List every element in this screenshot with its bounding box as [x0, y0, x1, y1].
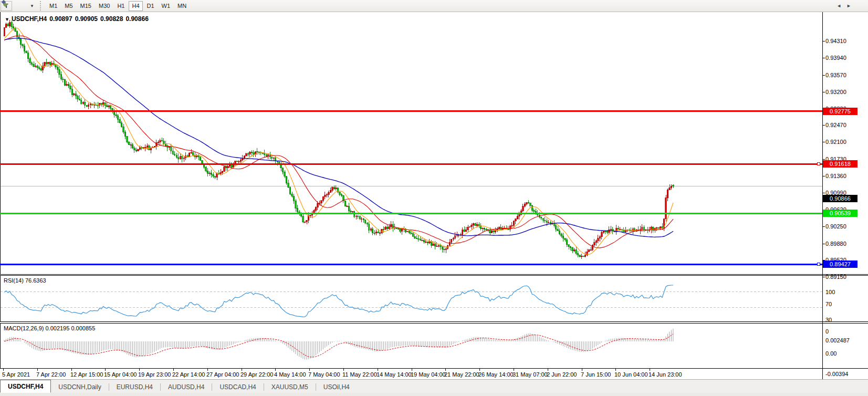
indicators-button[interactable] — [13, 1, 25, 11]
rsi-axis-label: 100 — [825, 289, 865, 295]
time-tick-mark — [582, 369, 582, 371]
symbol-period: USDCHF,H4 — [12, 15, 47, 23]
time-tick-label: 22 Apr 14:00 — [172, 371, 205, 378]
toolbar-grip[interactable] — [40, 1, 44, 11]
price-tick-mark — [822, 142, 825, 142]
time-tick-label: 14 Jun 23:00 — [649, 371, 682, 378]
horizontal-level-line[interactable] — [0, 213, 822, 214]
time-axis[interactable]: 5 Apr 2021 7 Apr 22:00 12 Apr 15:00 15 A… — [0, 368, 868, 379]
timeframe-button-mn[interactable]: MN — [174, 1, 190, 11]
price-tick-mark — [822, 193, 825, 193]
time-tick-label: 27 Apr 04:00 — [206, 371, 239, 378]
ohlc-high: 0.90905 — [75, 15, 98, 23]
time-tick-label: 11 May 22:00 — [342, 371, 377, 378]
horizontal-level-line[interactable] — [0, 264, 822, 265]
macd-axis-label: 0.002487 — [825, 337, 865, 343]
rsi-axis-label: 30 — [825, 317, 865, 323]
symbol-dropdown-icon[interactable]: ▼ — [5, 17, 9, 22]
tab-scroll-left-icon[interactable]: ◄ — [836, 3, 846, 8]
status-strip — [0, 393, 868, 396]
chart-tab-eurusd[interactable]: EURUSD,H4 — [109, 381, 160, 393]
chart-tab-usoil[interactable]: USOil,H4 — [316, 381, 357, 393]
chart-tab-usdcnh[interactable]: USDCNH,Daily — [51, 381, 108, 393]
tab-scroll-right-icon[interactable]: ► — [846, 3, 856, 8]
time-tick-label: 14 May 14:00 — [377, 371, 412, 378]
price-tick-mark — [822, 58, 825, 58]
time-tick-label: 10 Jun 04:00 — [614, 371, 648, 378]
time-tick-label: 5 Apr 2021 — [2, 371, 30, 378]
time-tick-label: 7 Apr 22:00 — [36, 371, 66, 378]
candlestick-chart[interactable] — [1, 12, 823, 274]
timeframe-button-h4[interactable]: H4 — [129, 1, 142, 11]
time-tick-mark — [242, 369, 242, 371]
indicators-dropdown-button[interactable]: ▼ — [26, 1, 37, 11]
price-tick-label: 0.91360 — [825, 173, 865, 180]
rsi-axis-label: 70 — [825, 301, 865, 307]
time-tick-mark — [378, 369, 378, 371]
level-price-label: 0.89427 — [823, 260, 857, 268]
tab-scroll-arrows: ◄► — [836, 3, 856, 8]
time-tick-mark — [207, 369, 208, 371]
price-tick-label: 0.92470 — [825, 122, 865, 129]
price-pane[interactable]: ▼USDCHF,H40.908970.909050.908280.90866 — [0, 12, 822, 274]
time-tick-label: 2 Jun 22:00 — [547, 371, 577, 378]
time-tick-label: 12 Apr 15:00 — [70, 371, 103, 378]
ohlc-close: 0.90866 — [126, 15, 148, 23]
time-tick-mark — [71, 369, 72, 371]
time-tick-mark — [309, 369, 310, 371]
level-price-label: 0.92775 — [823, 108, 857, 115]
price-tick-mark — [822, 176, 825, 176]
time-tick-mark — [650, 369, 650, 371]
macd-pane[interactable]: MACD(12,26,9) 0.002195 0.000855 — [0, 324, 822, 368]
rsi-chart[interactable] — [1, 276, 823, 321]
time-tick-mark — [173, 369, 174, 371]
chevron-down-icon: ▼ — [30, 4, 34, 8]
timeframe-toolbar: M1M5M15M30H1H4D1W1MN — [46, 1, 190, 11]
horizontal-level-line[interactable] — [0, 163, 822, 165]
chart-title: ▼USDCHF,H40.908970.909050.908280.90866 — [5, 15, 151, 23]
chart-tab-bar: USDCHF,H4USDCNH,DailyEURUSD,H4AUDUSD,H4U… — [0, 379, 868, 393]
price-tick-label: 0.89880 — [825, 241, 865, 247]
chart-tab-usdcad[interactable]: USDCAD,H4 — [212, 381, 263, 393]
time-tick-mark — [445, 369, 446, 371]
time-tick-mark — [275, 369, 276, 371]
price-tick-mark — [822, 277, 825, 277]
time-tick-label: 26 May 14:00 — [478, 371, 514, 378]
chart-tab-audusd[interactable]: AUDUSD,H4 — [161, 381, 212, 393]
timeframe-button-h1[interactable]: H1 — [114, 1, 128, 11]
rsi-pane[interactable]: RSI(14) 76.6363 — [0, 276, 822, 321]
time-tick-mark — [3, 369, 4, 371]
timeframe-button-m30[interactable]: M30 — [96, 1, 113, 11]
ohlc-low: 0.90828 — [100, 15, 123, 23]
timeframe-button-w1[interactable]: W1 — [159, 1, 174, 11]
time-tick-label: 29 Apr 22:00 — [240, 371, 273, 378]
timeframe-button-m1[interactable]: M1 — [46, 1, 60, 11]
chart-tab-usdchf[interactable]: USDCHF,H4 — [0, 380, 51, 393]
time-tick-label: 19 May 04:00 — [411, 371, 446, 378]
timeframe-button-m5[interactable]: M5 — [61, 1, 76, 11]
level-price-label: 0.90539 — [823, 210, 857, 217]
time-tick-mark — [514, 369, 514, 371]
time-tick-mark — [479, 369, 480, 371]
level-handle[interactable] — [817, 162, 820, 165]
time-tick-label: 19 Apr 23:00 — [138, 371, 171, 378]
ohlc-open: 0.90897 — [49, 15, 72, 23]
timeframe-button-m15[interactable]: M15 — [77, 1, 95, 11]
price-tick-mark — [822, 244, 825, 244]
time-tick-label: 31 May 07:00 — [513, 371, 548, 378]
macd-label: MACD(12,26,9) 0.002195 0.000855 — [4, 325, 95, 331]
level-handle[interactable] — [817, 263, 820, 266]
chart-window: ▼USDCHF,H40.908970.909050.908280.90866 R… — [0, 12, 868, 380]
price-tick-label: 0.94310 — [825, 38, 865, 45]
time-tick-mark — [105, 369, 106, 371]
timeframe-button-d1[interactable]: D1 — [144, 1, 158, 11]
price-tick-label: 0.92100 — [825, 139, 865, 145]
horizontal-level-line[interactable] — [0, 110, 822, 112]
price-tick-label: 0.89150 — [825, 274, 865, 280]
chart-tab-xauusd[interactable]: XAUUSD,M5 — [264, 381, 316, 393]
macd-chart[interactable] — [1, 324, 823, 368]
price-tick-mark — [822, 125, 825, 126]
time-tick-label: 15 Apr 04:00 — [104, 371, 137, 378]
price-tick-mark — [822, 159, 825, 160]
rsi-label: RSI(14) 76.6363 — [4, 277, 46, 284]
